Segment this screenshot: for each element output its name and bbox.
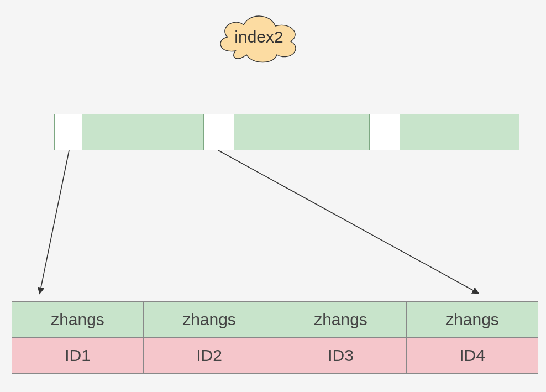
id-cell: ID1 — [12, 338, 144, 374]
key-slot — [234, 114, 370, 150]
id-cell: ID3 — [275, 338, 407, 374]
leaf-table: zhangs zhangs zhangs zhangs ID1 ID2 ID3 … — [12, 301, 538, 374]
table-row: ID1 ID2 ID3 ID4 — [12, 338, 538, 374]
diagram-stage: { "cloud": { "label": "index2" }, "bar":… — [0, 0, 546, 392]
id-cell: ID4 — [407, 338, 538, 374]
name-cell: zhangs — [275, 302, 407, 338]
name-cell: zhangs — [144, 302, 275, 338]
pointer-slot — [55, 114, 82, 150]
id-cell: ID2 — [144, 338, 275, 374]
arrow-right — [218, 150, 478, 293]
table-row: zhangs zhangs zhangs zhangs — [12, 302, 538, 338]
key-slot — [400, 114, 519, 150]
btree-node — [54, 114, 519, 150]
name-cell: zhangs — [407, 302, 538, 338]
index-cloud: index2 — [213, 9, 305, 65]
cloud-icon — [213, 9, 305, 65]
key-slot — [82, 114, 204, 150]
pointer-slot — [370, 114, 400, 150]
pointer-slot — [204, 114, 234, 150]
arrow-left — [40, 150, 69, 293]
name-cell: zhangs — [12, 302, 144, 338]
